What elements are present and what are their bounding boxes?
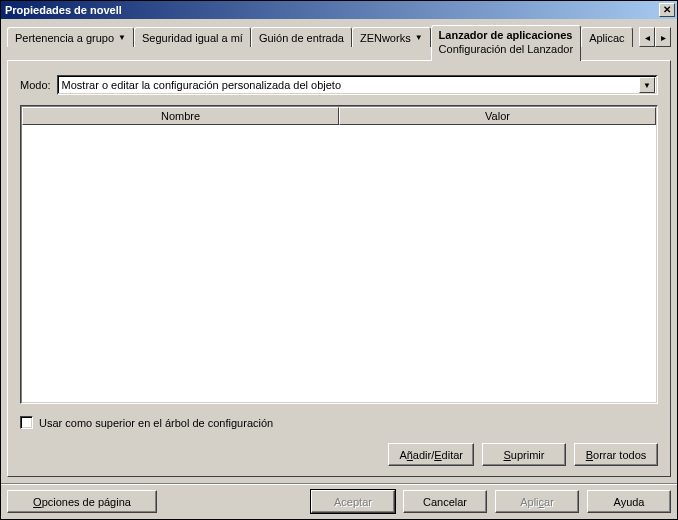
tab-label: Pertenencia a grupo [15,32,114,44]
tab-label: Guión de entrada [259,32,344,44]
config-table: Nombre Valor [20,105,658,404]
mode-label: Modo: [20,79,51,91]
table-body[interactable] [22,125,656,402]
chevron-down-icon: ▼ [643,81,651,90]
mode-select-value: Mostrar o editar la configuración person… [62,79,639,91]
tab-label: ZENworks [360,32,411,44]
client-area: Pertenencia a grupo ▼ Seguridad igual a … [1,19,677,483]
tab-aplicaciones-partial[interactable]: Aplicac [581,27,632,47]
mode-select-dropdown-button[interactable]: ▼ [639,77,655,93]
tab-scroll-right-button[interactable]: ▸ [655,27,671,47]
col-header-valor[interactable]: Valor [339,107,656,125]
dialog-window: Propiedades de novell ✕ Pertenencia a gr… [0,0,678,520]
add-edit-button[interactable]: Añadir/Editar [388,443,474,466]
tab-lanzador-de-aplicaciones[interactable]: Lanzador de aplicaciones Configuración d… [431,25,582,61]
use-as-parent-checkbox[interactable] [20,416,33,429]
tab-scroll-nav: ◂ ▸ [639,25,671,47]
mode-select[interactable]: Mostrar o editar la configuración person… [57,75,658,95]
arrow-right-icon: ▸ [661,32,666,43]
tab-pertenencia-a-grupo[interactable]: Pertenencia a grupo ▼ [7,27,134,47]
arrow-left-icon: ◂ [645,32,650,43]
use-as-parent-row: Usar como superior en el árbol de config… [20,416,658,429]
help-button[interactable]: Ayuda [587,490,671,513]
col-header-nombre[interactable]: Nombre [22,107,339,125]
table-header: Nombre Valor [22,107,656,125]
clear-all-button[interactable]: Borrar todos [574,443,658,466]
tab-list: Pertenencia a grupo ▼ Seguridad igual a … [7,25,639,61]
tab-guion-de-entrada[interactable]: Guión de entrada [251,27,352,47]
dialog-button-bar: Opciones de página Aceptar Cancelar Apli… [1,483,677,519]
panel-button-row: Añadir/Editar Suprimir Borrar todos [20,443,658,466]
tab-zenworks[interactable]: ZENworks ▼ [352,27,431,47]
mode-row: Modo: Mostrar o editar la configuración … [20,75,658,95]
use-as-parent-label: Usar como superior en el árbol de config… [39,417,273,429]
tab-label: Lanzador de aplicaciones [439,29,573,41]
ok-button[interactable]: Aceptar [311,490,395,513]
page-options-button[interactable]: Opciones de página [7,490,157,513]
delete-button[interactable]: Suprimir [482,443,566,466]
tab-panel: Modo: Mostrar o editar la configuración … [7,60,671,477]
tab-sublabel: Configuración del Lanzador [439,43,574,55]
cancel-button[interactable]: Cancelar [403,490,487,513]
tab-scroll-left-button[interactable]: ◂ [639,27,655,47]
tab-strip: Pertenencia a grupo ▼ Seguridad igual a … [7,25,671,61]
tab-label: Aplicac [589,32,624,44]
dropdown-icon: ▼ [415,34,423,42]
tab-label: Seguridad igual a mí [142,32,243,44]
window-title: Propiedades de novell [5,4,122,16]
apply-button[interactable]: Aplicar [495,490,579,513]
title-bar: Propiedades de novell ✕ [1,1,677,19]
close-button[interactable]: ✕ [659,3,675,17]
dropdown-icon: ▼ [118,34,126,42]
tab-seguridad-igual-a-mi[interactable]: Seguridad igual a mí [134,27,251,47]
